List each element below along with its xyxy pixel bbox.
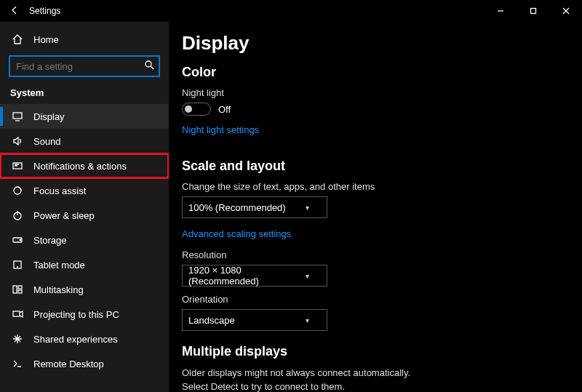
search-input[interactable] <box>9 55 160 77</box>
orientation-value: Landscape <box>188 315 235 326</box>
sidebar-item-label: Tablet mode <box>33 260 85 271</box>
minimize-button[interactable] <box>484 0 517 22</box>
sidebar-item-notifications[interactable]: Notifications & actions <box>0 153 169 178</box>
window-controls <box>484 0 582 22</box>
sidebar-item-shared-experiences[interactable]: Shared experiences <box>0 327 169 351</box>
storage-icon <box>10 234 25 246</box>
chevron-down-icon: ▾ <box>306 204 309 212</box>
page-title: Display <box>182 32 582 55</box>
sidebar-item-label: Sound <box>33 136 61 147</box>
multiple-displays-heading: Multiple displays <box>182 344 582 359</box>
advanced-scaling-link[interactable]: Advanced scaling settings <box>182 228 291 239</box>
resolution-value: 1920 × 1080 (Recommended) <box>188 265 306 287</box>
svg-rect-10 <box>18 286 22 289</box>
sidebar-item-projecting[interactable]: Projecting to this PC <box>0 302 169 327</box>
night-light-toggle[interactable] <box>182 103 211 116</box>
sidebar-item-focus-assist[interactable]: Focus assist <box>0 178 169 203</box>
text-size-value: 100% (Recommended) <box>188 202 286 213</box>
svg-rect-0 <box>530 9 535 14</box>
svg-rect-11 <box>18 290 22 293</box>
multitasking-icon <box>10 284 25 295</box>
home-icon <box>10 33 25 45</box>
window-title: Settings <box>29 6 484 16</box>
display-icon <box>10 111 25 122</box>
text-size-label: Change the size of text, apps, and other… <box>182 181 582 192</box>
sidebar-item-display[interactable]: Display <box>0 104 169 129</box>
power-icon <box>10 209 25 221</box>
main-content: Display Color Night light Off Night ligh… <box>169 22 582 392</box>
night-light-settings-link[interactable]: Night light settings <box>182 124 259 135</box>
sidebar: Home System Display Sound Notifications … <box>0 22 169 392</box>
svg-rect-2 <box>13 113 22 119</box>
orientation-label: Orientation <box>182 294 582 305</box>
sidebar-item-label: Multitasking <box>33 284 84 295</box>
tablet-icon <box>10 259 25 271</box>
titlebar: Settings <box>0 0 582 22</box>
sidebar-item-label: Notifications & actions <box>33 161 127 172</box>
svg-point-7 <box>20 239 21 241</box>
svg-rect-9 <box>13 286 17 293</box>
sidebar-item-power-sleep[interactable]: Power & sleep <box>0 203 169 228</box>
close-button[interactable] <box>549 0 582 22</box>
focus-assist-icon <box>10 185 25 196</box>
back-button[interactable] <box>6 5 23 17</box>
projecting-icon <box>10 308 25 320</box>
sound-icon <box>10 135 25 147</box>
sidebar-item-remote-desktop[interactable]: Remote Desktop <box>0 351 169 376</box>
sidebar-item-label: Shared experiences <box>33 334 118 345</box>
resolution-label: Resolution <box>182 249 582 260</box>
shared-experiences-icon <box>10 333 25 345</box>
scale-heading: Scale and layout <box>182 159 582 174</box>
sidebar-item-storage[interactable]: Storage <box>0 228 169 252</box>
resolution-select[interactable]: 1920 × 1080 (Recommended) ▾ <box>182 265 327 287</box>
sidebar-item-tablet-mode[interactable]: Tablet mode <box>0 252 169 277</box>
sidebar-item-label: Projecting to this PC <box>33 309 119 320</box>
sidebar-item-label: Focus assist <box>33 185 86 196</box>
night-light-state: Off <box>218 104 231 115</box>
sidebar-group-system: System <box>0 84 169 104</box>
night-light-label: Night light <box>182 87 582 98</box>
home-label: Home <box>33 34 59 45</box>
sidebar-item-label: Remote Desktop <box>33 359 104 369</box>
maximize-button[interactable] <box>517 0 549 22</box>
sidebar-item-label: Power & sleep <box>33 210 95 221</box>
home-button[interactable]: Home <box>0 26 169 52</box>
notifications-icon <box>10 160 25 172</box>
chevron-down-icon: ▾ <box>306 316 309 324</box>
sidebar-item-sound[interactable]: Sound <box>0 129 169 153</box>
sidebar-item-label: Storage <box>33 235 67 246</box>
orientation-select[interactable]: Landscape ▾ <box>182 309 327 331</box>
chevron-down-icon: ▾ <box>306 272 309 280</box>
remote-desktop-icon <box>10 358 25 369</box>
svg-rect-12 <box>13 311 20 316</box>
sidebar-item-multitasking[interactable]: Multitasking <box>0 277 169 302</box>
sidebar-item-label: Display <box>33 111 65 122</box>
color-heading: Color <box>182 65 582 80</box>
text-size-select[interactable]: 100% (Recommended) ▾ <box>182 196 327 218</box>
multiple-displays-note: Older displays might not always connect … <box>182 367 429 392</box>
